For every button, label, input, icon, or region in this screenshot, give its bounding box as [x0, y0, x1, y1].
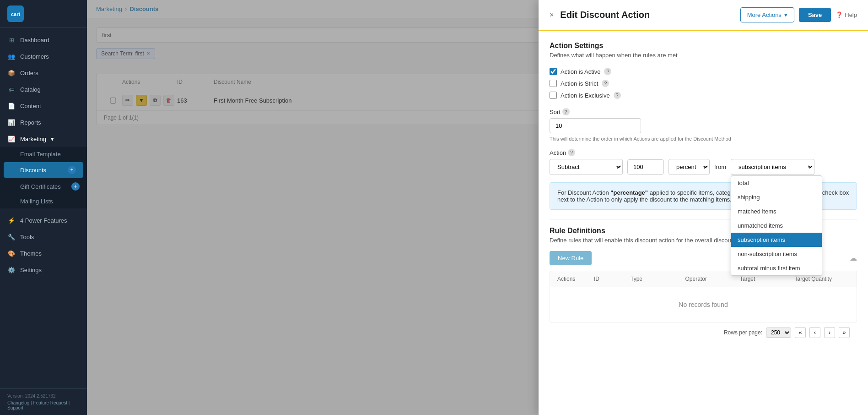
checkbox-group: Action is Active ? Action is Strict ? Ac…	[550, 68, 857, 99]
sidebar-item-settings[interactable]: ⚙️ Settings	[0, 262, 87, 278]
action-row: Subtract Add Override percent fixed	[550, 159, 857, 175]
sidebar-item-label: Settings	[20, 267, 42, 273]
dropdown-option-non-subscription-items[interactable]: non-subscription items	[731, 247, 822, 261]
rows-per-page-wrapper: 250 50 100	[766, 328, 791, 338]
col-target-quantity: Target Quantity	[795, 276, 850, 282]
action-exclusive-help-icon[interactable]: ?	[614, 92, 621, 99]
sidebar-item-tools[interactable]: 🔧 Tools	[0, 229, 87, 245]
new-rule-button[interactable]: New Rule	[550, 251, 592, 265]
box-icon: 📦	[7, 69, 16, 77]
action-exclusive-field[interactable]: Action is Exclusive ?	[550, 92, 857, 99]
action-help-icon[interactable]: ?	[568, 149, 575, 156]
sidebar-item-orders[interactable]: 📦 Orders	[0, 65, 87, 81]
grid-icon: ⊞	[7, 36, 16, 44]
action-label: Action ?	[550, 149, 857, 156]
col-actions: Actions	[557, 276, 594, 282]
sidebar-item-marketing[interactable]: 📈 Marketing ▾	[0, 131, 87, 147]
action-active-checkbox[interactable]	[550, 68, 557, 75]
chevron-down-icon: ▾	[784, 11, 787, 18]
action-settings-section: Action Settings Defines what will happen…	[550, 42, 857, 210]
dropdown-option-total[interactable]: total	[731, 176, 822, 190]
modal-title: Edit Discount Action	[560, 10, 740, 20]
no-records-message: No records found	[550, 287, 857, 322]
sidebar-item-discounts[interactable]: Discounts +	[4, 162, 83, 178]
help-button[interactable]: ❓ Help	[836, 11, 857, 18]
wrench-icon: 🔧	[7, 233, 16, 241]
sidebar-item-dashboard[interactable]: ⊞ Dashboard	[0, 32, 87, 48]
more-actions-button[interactable]: More Actions ▾	[740, 7, 794, 22]
dropdown-option-shipping[interactable]: shipping	[731, 190, 822, 204]
cloud-icon: ☁	[850, 254, 857, 262]
action-field: Action ? Subtract Add Override	[550, 149, 857, 175]
sidebar-item-reports[interactable]: 📊 Reports	[0, 114, 87, 131]
action-from-select-wrapper: total shipping matched items unmatched i…	[731, 159, 814, 175]
sidebar-sub-label: Gift Certificates	[20, 183, 61, 190]
file-icon: 📄	[7, 102, 16, 110]
marketing-sub-nav: Email Template Discounts + Gift Certific…	[0, 147, 87, 208]
action-strict-checkbox[interactable]	[550, 80, 557, 87]
add-gift-cert-button[interactable]: +	[71, 182, 80, 191]
sort-input[interactable]	[550, 118, 641, 133]
sidebar-item-email-template[interactable]: Email Template	[0, 147, 87, 161]
dropdown-option-subscription-items[interactable]: subscription items	[731, 233, 822, 247]
sidebar-item-label: 4 Power Features	[20, 217, 67, 224]
sort-help-icon[interactable]: ?	[562, 108, 570, 115]
action-exclusive-checkbox[interactable]	[550, 92, 557, 99]
modal-actions: More Actions ▾ Save ❓ Help	[740, 7, 857, 22]
support-link[interactable]: Support	[7, 405, 23, 410]
sidebar-item-gift-certificates[interactable]: Gift Certificates +	[0, 179, 87, 194]
sidebar-sub-label: Discounts	[20, 167, 46, 174]
action-settings-title: Action Settings	[550, 42, 857, 50]
rows-per-page-select[interactable]: 250 50 100	[766, 328, 791, 338]
col-operator: Operator	[685, 276, 740, 282]
sort-field: Sort ? This will determine the order in …	[550, 108, 857, 142]
sidebar-sub-label: Mailing Lists	[20, 198, 53, 205]
footer-links: Changelog | Feature Request | Support	[7, 400, 80, 410]
rows-per-page-label: Rows per page:	[724, 329, 762, 336]
logo-icon: cart	[7, 5, 24, 22]
pagination-prev-button[interactable]: ‹	[809, 327, 820, 338]
action-operation-select[interactable]: Subtract Add Override	[550, 159, 623, 175]
dropdown-option-unmatched-items[interactable]: unmatched items	[731, 218, 822, 233]
sidebar-item-label: Content	[20, 103, 41, 109]
modal-close-button[interactable]: ×	[550, 11, 554, 19]
sidebar-item-mailing-lists[interactable]: Mailing Lists	[0, 194, 87, 208]
sidebar-item-power-features[interactable]: ⚡ 4 Power Features	[0, 212, 87, 229]
main-area: Marketing › Discounts Search Term: first…	[87, 0, 868, 415]
sidebar-item-content[interactable]: 📄 Content	[0, 98, 87, 114]
action-amount-input[interactable]	[627, 159, 664, 175]
dropdown-option-matched-items[interactable]: matched items	[731, 204, 822, 218]
add-discount-button[interactable]: +	[68, 166, 76, 174]
action-from-select[interactable]: total shipping matched items unmatched i…	[731, 159, 814, 175]
action-strict-help-icon[interactable]: ?	[602, 80, 609, 87]
sidebar-item-catalog[interactable]: 🏷 Catalog	[0, 81, 87, 98]
action-type-select[interactable]: percent fixed	[669, 159, 710, 175]
col-id: ID	[594, 276, 631, 282]
sidebar-navigation: ⊞ Dashboard 👥 Customers 📦 Orders 🏷 Catal…	[0, 28, 87, 388]
save-button[interactable]: Save	[799, 8, 831, 22]
action-strict-field[interactable]: Action is Strict ?	[550, 80, 857, 87]
modal-body: Action Settings Defines what will happen…	[539, 31, 868, 415]
pagination-last-button[interactable]: »	[839, 327, 850, 338]
pagination-next-button[interactable]: ›	[824, 327, 835, 338]
dropdown-option-subtotal-minus-first[interactable]: subtotal minus first item	[731, 261, 822, 275]
help-icon: ❓	[836, 11, 843, 18]
sidebar-item-label: Customers	[20, 53, 49, 60]
pagination-first-button[interactable]: «	[795, 327, 806, 338]
sort-hint: This will determine the order in which A…	[550, 136, 857, 142]
action-active-field[interactable]: Action is Active ?	[550, 68, 857, 75]
col-type: Type	[631, 276, 685, 282]
action-from-dropdown-container: total shipping matched items unmatched i…	[731, 159, 814, 175]
changelog-link[interactable]: Changelog	[7, 400, 29, 405]
action-label-text: Action	[550, 149, 566, 156]
action-type-wrapper: percent fixed	[669, 159, 710, 175]
sidebar-item-customers[interactable]: 👥 Customers	[0, 48, 87, 65]
help-label: Help	[845, 11, 857, 18]
sidebar-item-label: Marketing	[20, 136, 46, 142]
feature-request-link[interactable]: Feature Request	[33, 400, 68, 405]
sidebar-item-themes[interactable]: 🎨 Themes	[0, 245, 87, 262]
sort-label: Sort ?	[550, 108, 857, 115]
action-active-label: Action is Active	[561, 68, 600, 75]
action-active-help-icon[interactable]: ?	[604, 68, 611, 75]
action-from-dropdown: total shipping matched items unmatched i…	[731, 175, 822, 276]
